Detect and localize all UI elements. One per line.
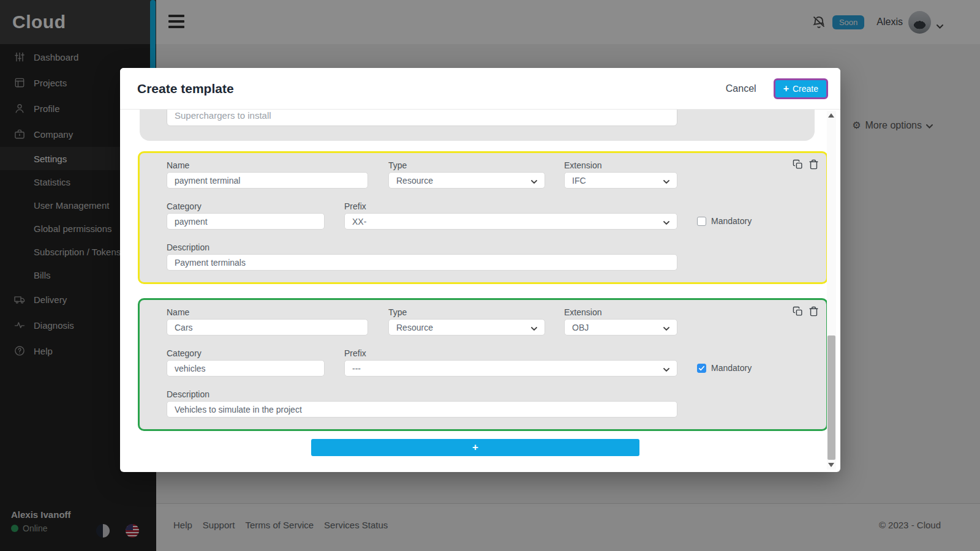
trash-icon — [809, 159, 819, 170]
mandatory-label: Mandatory — [711, 363, 752, 373]
type-select[interactable]: Resource — [388, 319, 545, 335]
duplicate-button[interactable] — [793, 306, 803, 317]
extension-select-value: OBJ — [572, 323, 589, 332]
mandatory-label: Mandatory — [711, 216, 752, 226]
name-input[interactable] — [167, 319, 368, 335]
duplicate-button[interactable] — [793, 159, 803, 170]
extension-select[interactable]: IFC — [564, 172, 677, 189]
scroll-down-arrow[interactable] — [828, 463, 834, 467]
block-actions — [793, 306, 819, 317]
mandatory-checkbox-group[interactable]: Mandatory — [697, 363, 752, 373]
scrollbar-thumb[interactable] — [827, 335, 835, 460]
modal-actions: Cancel + Create — [720, 78, 828, 99]
type-select[interactable]: Resource — [388, 172, 545, 189]
delete-button[interactable] — [809, 306, 819, 317]
prefix-label: Prefix — [344, 348, 677, 358]
prefix-label: Prefix — [344, 201, 677, 211]
trash-icon — [809, 306, 819, 317]
extension-select[interactable]: OBJ — [564, 319, 677, 335]
template-info-panel — [140, 110, 815, 141]
description-input[interactable] — [167, 254, 677, 271]
category-label: Category — [167, 201, 325, 211]
mandatory-checkbox[interactable] — [697, 364, 706, 373]
prefix-select[interactable]: --- — [344, 360, 677, 377]
extension-label: Extension — [564, 160, 677, 170]
chevron-down-icon — [663, 364, 669, 373]
description-label: Description — [167, 242, 677, 252]
mandatory-checkbox[interactable] — [697, 217, 706, 226]
chevron-down-icon — [663, 323, 669, 332]
description-label: Description — [167, 389, 677, 399]
prefix-select[interactable]: XX- — [344, 213, 677, 230]
name-label: Name — [167, 307, 368, 317]
check-icon — [698, 364, 706, 372]
category-label: Category — [167, 348, 325, 358]
prefix-select-value: --- — [352, 364, 361, 373]
modal-scrollbar — [827, 111, 836, 470]
name-label: Name — [167, 160, 368, 170]
type-label: Type — [388, 307, 545, 317]
create-button-label: Create — [793, 84, 818, 94]
template-block-payment-terminal: Name Type Resource Extension IFC — [138, 151, 828, 284]
modal-title: Create template — [137, 81, 234, 96]
chevron-down-icon — [531, 323, 537, 332]
category-input[interactable] — [167, 213, 325, 230]
block-actions — [793, 159, 819, 170]
description-input[interactable] — [167, 401, 677, 418]
cancel-button[interactable]: Cancel — [720, 78, 763, 99]
create-template-modal: Create template Cancel + Create — [120, 68, 840, 472]
chevron-down-icon — [663, 176, 669, 186]
scroll-up-arrow[interactable] — [828, 113, 834, 118]
prefix-select-value: XX- — [352, 217, 366, 227]
type-label: Type — [388, 160, 545, 170]
template-block-cars: Name Type Resource Extension OBJ — [138, 298, 828, 431]
type-select-value: Resource — [396, 176, 433, 186]
plus-icon: + — [783, 83, 789, 94]
type-select-value: Resource — [396, 323, 433, 332]
add-template-row-button[interactable]: + — [311, 439, 639, 456]
create-button[interactable]: + Create — [774, 78, 828, 99]
copy-icon — [793, 306, 803, 317]
template-description-input[interactable] — [167, 110, 677, 126]
modal-scroll-area: Name Type Resource Extension IFC — [120, 110, 840, 472]
extension-label: Extension — [564, 307, 677, 317]
chevron-down-icon — [531, 176, 537, 186]
app-root: Cloud Dashboard Projects Profile Company… — [0, 0, 980, 551]
chevron-down-icon — [663, 217, 669, 227]
extension-select-value: IFC — [572, 176, 586, 186]
mandatory-checkbox-group[interactable]: Mandatory — [697, 216, 752, 226]
name-input[interactable] — [167, 172, 368, 189]
modal-header: Create template Cancel + Create — [120, 68, 840, 110]
copy-icon — [793, 159, 803, 170]
delete-button[interactable] — [809, 159, 819, 170]
category-input[interactable] — [167, 360, 325, 377]
